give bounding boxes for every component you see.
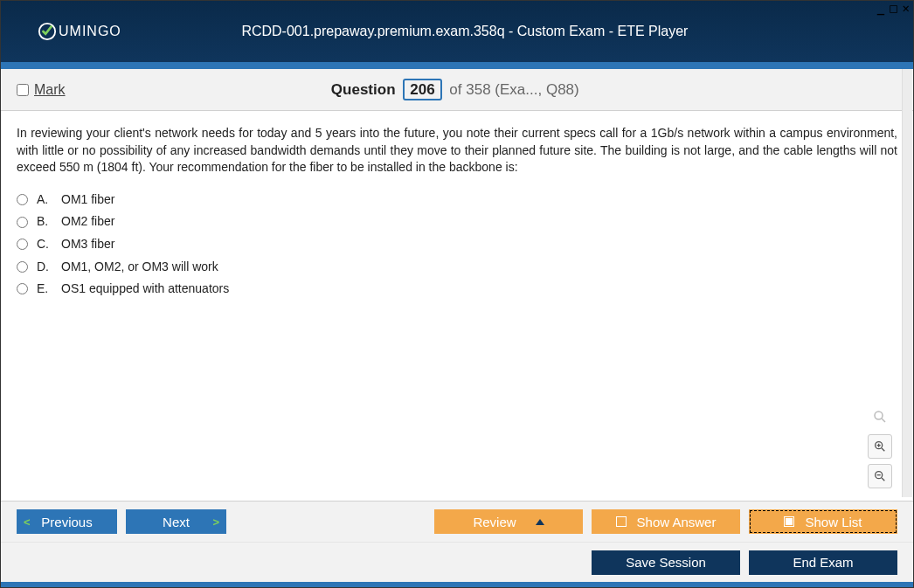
answer-letter: E. [37,280,52,298]
svg-point-1 [875,412,883,419]
header-accent-strip [1,62,913,69]
chevron-right-icon: > [212,515,219,529]
answer-radio[interactable] [17,283,28,294]
previous-label: Previous [41,515,92,529]
review-label: Review [473,515,516,529]
answer-letter: B. [37,213,52,231]
footer-accent-strip [1,582,913,587]
show-list-button[interactable]: Show List [749,509,897,534]
answer-option[interactable]: E.OS1 equipped with attenuators [17,278,897,301]
brand-text: UMINGO [59,24,121,39]
checkbox-empty-icon [616,516,627,527]
app-window: _ □ ✕ UMINGO RCDD-001.prepaway.premium.e… [0,0,914,588]
triangle-up-icon [536,519,544,525]
checkmark-icon [38,22,57,41]
end-exam-button[interactable]: End Exam [749,550,897,575]
question-indicator: Question 206 of 358 (Exa..., Q88) [66,81,845,99]
answers-list: A.OM1 fiberB.OM2 fiberC.OM3 fiberD.OM1, … [17,189,897,301]
answer-option[interactable]: D.OM1, OM2, or OM3 will work [17,256,897,279]
maximize-icon[interactable]: □ [890,1,897,15]
answer-radio[interactable] [17,239,28,250]
session-row: Save Session End Exam [1,542,913,582]
question-content: In reviewing your client's network needs… [1,111,913,495]
checkbox-filled-icon [784,516,794,527]
show-list-label: Show List [805,515,862,529]
save-session-label: Save Session [626,555,706,570]
answer-letter: D. [37,259,52,276]
zoom-controls [868,405,892,488]
question-label: Question [331,81,396,98]
minimize-icon[interactable]: _ [877,1,884,15]
mark-label[interactable]: Mark [34,82,66,98]
answer-letter: A. [37,191,52,209]
answer-text: OM2 fiber [61,213,114,231]
close-icon[interactable]: ✕ [903,1,910,15]
mark-checkbox-wrap[interactable]: Mark [17,82,66,98]
svg-line-8 [882,478,884,481]
answer-letter: C. [37,236,52,253]
question-text: In reviewing your client's network needs… [17,125,897,176]
answer-text: OS1 equipped with attenuators [61,280,229,298]
show-answer-label: Show Answer [637,515,717,529]
answer-radio[interactable] [17,217,28,228]
answer-text: OM1 fiber [61,191,114,209]
svg-line-2 [882,419,885,422]
next-label: Next [163,515,190,529]
magnifier-icon[interactable] [868,405,892,429]
previous-button[interactable]: < Previous [17,509,117,534]
show-answer-button[interactable]: Show Answer [592,509,740,534]
end-exam-label: End Exam [793,555,853,570]
window-controls: _ □ ✕ [877,1,910,15]
answer-option[interactable]: B.OM2 fiber [17,211,897,233]
svg-line-4 [882,448,884,451]
answer-option[interactable]: C.OM3 fiber [17,233,897,256]
answer-radio[interactable] [17,261,28,273]
next-button[interactable]: Next > [126,509,226,534]
answer-radio[interactable] [17,194,28,205]
question-number: 206 [403,79,441,100]
chevron-left-icon: < [24,515,31,529]
nav-row: < Previous Next > Review Show Answer Sho… [1,502,913,542]
mark-checkbox[interactable] [17,84,29,96]
answer-text: OM3 fiber [61,236,114,253]
save-session-button[interactable]: Save Session [592,550,740,575]
question-info-bar: Mark Question 206 of 358 (Exa..., Q88) [1,69,913,111]
bottom-bar: < Previous Next > Review Show Answer Sho… [1,501,913,587]
answer-text: OM1, OM2, or OM3 will work [61,259,218,276]
scrollbar[interactable] [902,69,912,497]
app-title: RCDD-001.prepaway.premium.exam.358q - Cu… [121,24,808,39]
zoom-in-button[interactable] [868,434,892,459]
brand-logo: UMINGO [38,22,121,41]
review-button[interactable]: Review [434,509,583,534]
answer-option[interactable]: A.OM1 fiber [17,189,897,211]
question-total: of 358 (Exa..., Q88) [449,81,578,98]
zoom-out-button[interactable] [868,464,892,488]
header-bar: UMINGO RCDD-001.prepaway.premium.exam.35… [1,1,913,62]
